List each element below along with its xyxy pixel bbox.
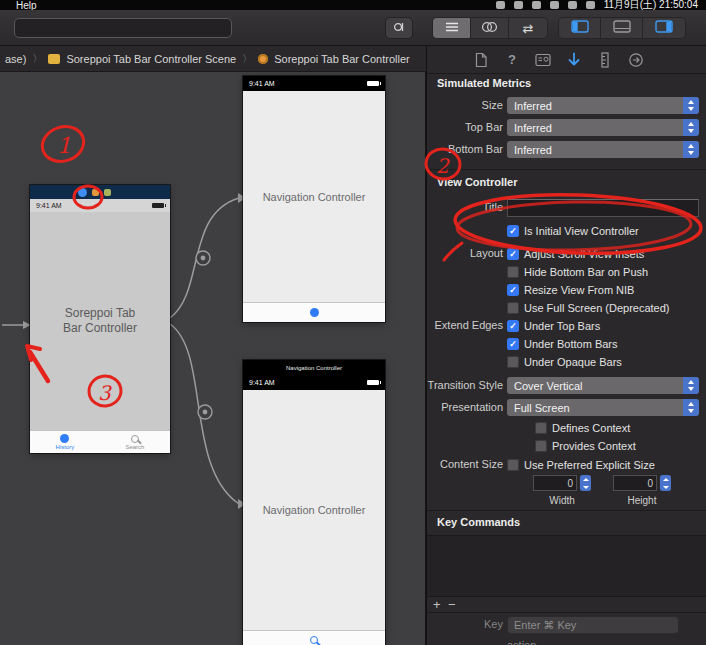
menubar-status-icon[interactable] [568,1,577,9]
inspector-tab-attributes-selected[interactable] [566,51,582,69]
height-field[interactable]: 0 [613,475,671,491]
content-size-label: Content Size [427,456,503,473]
extend-edges-checkbox[interactable]: Under Opaque Bars [507,355,622,369]
stepper-icon[interactable] [580,475,591,491]
breadcrumb-controller[interactable]: Soreppoi Tab Bar Controller [274,53,410,65]
tab-bar-controller-icon[interactable] [78,188,87,197]
key-commands-table[interactable] [427,535,706,597]
first-responder-icon[interactable] [92,189,99,196]
checkbox-label: Use Full Screen (Deprecated) [524,303,670,314]
tab-item-search[interactable]: Search [304,636,323,645]
width-value[interactable]: 0 [533,475,577,491]
inspector-tab-size[interactable] [597,51,613,69]
scheme-selector[interactable] [14,18,232,38]
provides-context-checkbox[interactable]: Provides Context [535,439,636,453]
section-key-commands: Key Commands [437,516,520,528]
debug-panel-toggle[interactable] [601,18,643,38]
transition-style-popup[interactable]: Cover Vertical [507,377,699,394]
breadcrumb-scene[interactable]: Soreppoi Tab Bar Controller Scene [66,53,236,65]
tab-item-history[interactable]: History [56,434,75,450]
checkbox-box[interactable] [507,266,519,278]
presentation-popup[interactable]: Full Screen [507,399,699,416]
key-input[interactable] [507,616,679,634]
inspector-tab-identity[interactable] [535,51,551,69]
bottom-bar-popup[interactable]: Inferred [507,141,699,158]
menu-bar: Help 11月9日(土) 21:50:04 [0,0,706,10]
controller-body[interactable]: Soreppoi Tab Bar Controller [30,212,170,430]
height-value[interactable]: 0 [613,475,657,491]
checkbox-box[interactable] [507,459,519,471]
divider [427,510,706,511]
stepper-icon[interactable] [660,475,671,491]
checkbox-label: Adjust Scroll View Insets [524,249,644,260]
checkbox-box[interactable] [507,338,519,350]
tab-bar: History Search [30,430,170,453]
initial-vc-checkbox[interactable]: Is Initial View Controller [507,224,639,238]
extend-edges-checkbox[interactable]: Under Top Bars [507,319,600,333]
history-tab-icon[interactable] [310,308,319,317]
checkbox-box[interactable] [535,440,547,452]
storyboard-canvas[interactable]: 9:41 AM Soreppoi Tab Bar Controller Hist… [0,72,426,645]
checkbox-label: Under Bottom Bars [524,339,618,350]
menu-help[interactable]: Help [16,0,37,10]
toolbar: ⇄ [0,10,706,46]
battery-icon [367,81,379,86]
search-icon [131,435,139,443]
layout-checkbox[interactable]: Resize View From NIB [507,283,634,297]
checkbox-box[interactable] [507,248,519,260]
version-editor-button[interactable]: ⇄ [509,18,547,38]
menubar-status-icon[interactable] [550,1,559,9]
controller-title: Navigation Controller [263,504,366,516]
status-time: 9:41 AM [36,202,62,209]
navigator-panel-toggle[interactable] [559,18,601,38]
title-field[interactable] [507,199,699,217]
exit-icon[interactable] [104,189,111,196]
popup-caret-icon [683,97,699,114]
checkbox-box[interactable] [507,356,519,368]
editor-options-button[interactable] [385,17,413,39]
checkbox-box[interactable] [507,302,519,314]
menubar-status-icon[interactable] [514,1,523,9]
checkbox-box[interactable] [507,320,519,332]
menubar-status-icon[interactable] [586,1,595,9]
inspector-tab-connections[interactable] [628,51,644,69]
menubar-status-icon[interactable] [496,1,505,9]
inspector-tab-file[interactable] [473,51,489,69]
width-field[interactable]: 0 [533,475,591,491]
menubar-clock[interactable]: 11月9日(土) 21:50:04 [604,0,698,10]
checkbox-label: Use Preferred Explicit Size [524,460,655,471]
checkbox-box[interactable] [507,284,519,296]
layout-checkbox[interactable]: Hide Bottom Bar on Push [507,265,648,279]
navigation-controller-scene-top[interactable]: 9:41 AM Navigation Controller [243,76,385,322]
content-size-checkbox[interactable]: Use Preferred Explicit Size [507,458,655,472]
controller-body[interactable]: Navigation Controller [243,390,385,630]
tab-item-search[interactable]: Search [125,435,144,450]
checkbox-box[interactable] [507,225,519,237]
tab-bar-controller-scene[interactable]: 9:41 AM Soreppoi Tab Bar Controller Hist… [30,185,170,453]
editor-mode-segmented-control: ⇄ [432,17,548,39]
defines-context-checkbox[interactable]: Defines Context [535,421,630,435]
assistant-editor-button[interactable] [471,18,509,38]
layout-checkbox[interactable]: Use Full Screen (Deprecated) [507,301,670,315]
size-popup[interactable]: Inferred [507,97,699,114]
remove-key-command-button[interactable]: − [448,599,456,611]
extend-edges-checkbox[interactable]: Under Bottom Bars [507,337,618,351]
battery-icon [367,380,379,385]
top-bar-popup[interactable]: Inferred [507,119,699,136]
breadcrumb-parent[interactable]: ase) [5,53,26,65]
inspector-tab-quick-help[interactable]: ? [504,51,520,69]
inspector-panel-toggle[interactable] [643,18,685,38]
list-icon [445,19,459,37]
add-key-command-button[interactable]: + [433,599,441,611]
navigation-controller-scene-bottom[interactable]: Navigation Controller 9:41 AM Navigation… [243,360,385,645]
popup-value: Inferred [514,144,552,156]
key-label: Key [427,616,503,633]
checkbox-label: Under Top Bars [524,321,600,332]
layout-checkbox[interactable]: Adjust Scroll View Insets [507,247,644,261]
interlocking-circles-icon [481,19,498,37]
menubar-status-icon[interactable] [532,1,541,9]
standard-editor-button[interactable] [433,18,471,38]
popup-caret-icon [683,141,699,158]
controller-body[interactable]: Navigation Controller [243,91,385,302]
checkbox-box[interactable] [535,422,547,434]
